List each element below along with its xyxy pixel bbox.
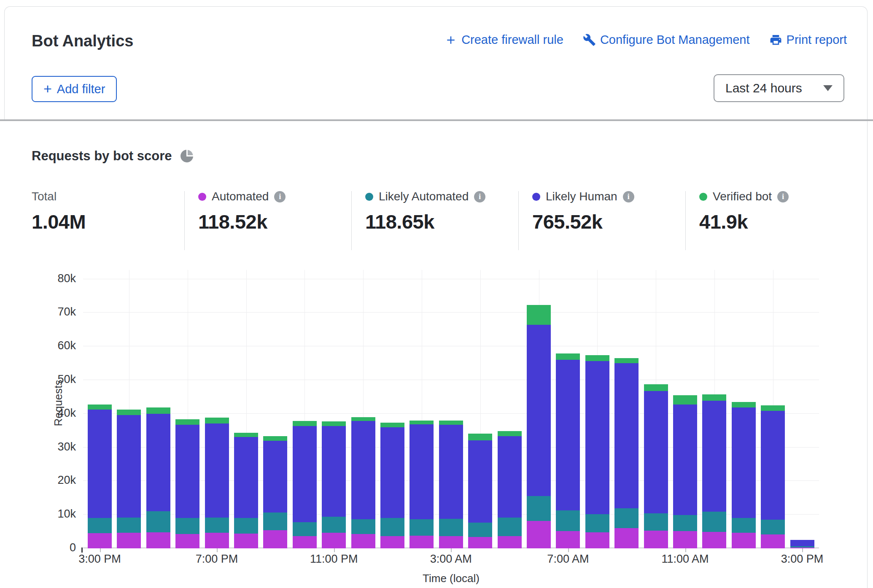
bar-segment-likely-human [175,425,199,518]
bar-segment-likely-automated [88,518,112,533]
bar-segment-likely-human [117,415,141,518]
bar-segment-likely-human [234,437,258,518]
bar-segment-likely-human [380,427,404,518]
y-tick-label: 60k [0,339,76,352]
bar-300pm[interactable] [88,405,112,548]
wrench-icon [583,33,596,46]
header-card [4,6,868,119]
bar-segment-likely-automated [761,520,785,534]
info-icon[interactable]: i [274,191,286,202]
bar-700am[interactable] [556,353,580,548]
bar-600am[interactable] [527,305,551,548]
section-divider [0,119,873,121]
info-icon[interactable]: i [474,191,485,202]
stat-label: Automated [212,190,269,203]
bar-800pm[interactable] [234,433,258,548]
bar-segment-verified-bot [585,355,609,361]
x-axis-tick [802,548,803,552]
time-range-dropdown[interactable]: Last 24 hours [714,74,844,102]
bar-segment-verified-bot [498,431,522,437]
bar-segment-likely-automated [410,519,434,536]
bar-segment-automated [673,531,697,548]
bar-segment-automated [117,533,141,548]
x-tick-label: 3:00 AM [430,553,472,566]
bar-segment-automated [498,536,522,548]
bar-segment-automated [556,531,580,548]
add-filter-button[interactable]: + Add filter [32,76,117,102]
bar-900pm[interactable] [263,436,287,548]
stat-total: Total 1.04M [32,189,86,233]
info-icon[interactable]: i [623,191,634,202]
bar-segment-verified-bot [263,436,287,440]
bar-segment-verified-bot [761,405,785,411]
bar-segment-likely-automated [498,518,522,537]
bar-segment-likely-automated [614,508,639,528]
y-tick-label: 80k [0,272,76,285]
print-report-link[interactable]: Print report [769,33,847,47]
stat-divider [518,191,519,250]
bar-segment-automated [527,521,551,548]
bar-500am[interactable] [498,431,522,548]
info-icon[interactable]: i [777,191,789,202]
bar-segment-likely-human [732,407,756,518]
stat-likely-automated: Likely Automated i 118.65k [365,189,485,233]
bar-300am[interactable] [439,421,463,548]
bar-300pm[interactable] [790,540,814,548]
bar-500pm[interactable] [146,407,170,548]
bar-segment-verified-bot [702,394,726,400]
bar-1100pm[interactable] [322,421,346,548]
stat-likely-human: Likely Human i 765.52k [532,189,634,233]
time-range-value: Last 24 hours [725,81,802,95]
bar-segment-likely-human [293,426,317,522]
bar-segment-likely-human [585,361,609,514]
bar-segment-likely-human [351,421,375,519]
bar-700pm[interactable] [205,418,229,548]
bar-400pm[interactable] [117,410,141,548]
bar-1200pm[interactable] [702,394,726,548]
bar-segment-automated [732,533,756,548]
bar-segment-likely-human [556,360,580,510]
bar-segment-likely-automated [380,518,404,536]
bar-1000am[interactable] [644,384,668,548]
header-actions: Create firewall rule Configure Bot Manag… [445,33,847,47]
stat-label: Likely Automated [379,190,469,203]
bar-segment-likely-human [527,325,551,496]
bar-400am[interactable] [468,434,492,548]
stat-value: 765.52k [532,210,634,233]
action-label: Configure Bot Management [600,33,750,47]
bar-1200am[interactable] [351,417,375,548]
bar-600pm[interactable] [175,419,199,548]
stat-label: Total [32,190,57,203]
gridline-h [83,279,819,279]
bar-1100am[interactable] [673,395,697,548]
stat-value: 118.65k [365,210,485,233]
bar-segment-verified-bot [673,395,697,405]
bar-segment-verified-bot [351,417,375,421]
bar-900am[interactable] [614,358,639,548]
bar-200pm[interactable] [761,405,785,548]
bar-1000pm[interactable] [293,421,317,548]
stat-verified-bot: Verified bot i 41.9k [699,189,789,233]
bar-segment-verified-bot [234,433,258,437]
bar-200am[interactable] [410,421,434,548]
bar-segment-verified-bot [439,421,463,425]
x-tick-label: 7:00 AM [547,553,589,566]
bar-segment-likely-human [761,411,785,520]
y-tick-label: 70k [0,305,76,318]
bar-100pm[interactable] [732,402,756,548]
verified-bot-legend-dot [699,193,707,201]
y-axis-tick-labels: 010k20k30k40k50k60k70k80k [0,270,76,548]
bar-100am[interactable] [380,423,404,548]
bar-segment-verified-bot [732,402,756,407]
bar-segment-likely-automated [702,512,726,532]
stats-row: Total 1.04M Automated i 118.52k Likely A… [0,189,873,252]
configure-bot-management-link[interactable]: Configure Bot Management [583,33,750,47]
bar-segment-verified-bot [88,405,112,410]
create-firewall-rule-link[interactable]: Create firewall rule [445,33,563,47]
bar-800am[interactable] [585,355,609,548]
bar-segment-automated [585,532,609,548]
bar-segment-automated [88,533,112,548]
bar-segment-likely-automated [673,515,697,531]
bar-segment-likely-automated [322,517,346,533]
bar-segment-verified-bot [410,421,434,425]
